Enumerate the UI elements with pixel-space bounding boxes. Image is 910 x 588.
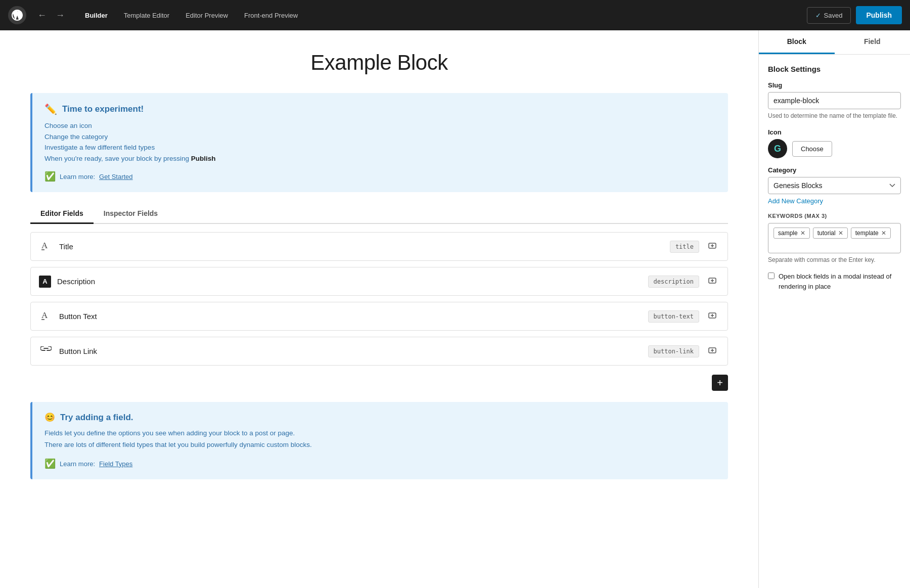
back-button[interactable]: ← xyxy=(34,8,50,23)
icon-label: Icon xyxy=(768,128,901,136)
icon-row: G Choose xyxy=(768,139,901,158)
field-name-description: Description xyxy=(57,277,642,286)
experiment-header: ✏️ Time to experiment! xyxy=(44,103,716,115)
experiment-publish-prompt: When you're ready, save your block by pr… xyxy=(44,153,716,164)
publish-word: Publish xyxy=(191,155,216,162)
field-name-title: Title xyxy=(59,242,664,251)
field-name-button-link: Button Link xyxy=(59,347,642,355)
keyword-tag-tutorial: tutorial ✕ xyxy=(813,228,848,239)
try-check-circle-icon: ✅ xyxy=(44,458,56,469)
app-layout: Example Block ✏️ Time to experiment! Cho… xyxy=(0,30,910,588)
keywords-label: KEYWORDS (MAX 3) xyxy=(768,213,901,219)
experiment-title: Time to experiment! xyxy=(62,104,144,114)
try-box-line-2: There are lots of different field types … xyxy=(44,439,716,451)
tab-builder[interactable]: Builder xyxy=(78,8,115,23)
slug-input[interactable] xyxy=(768,92,901,109)
slug-hint: Used to determine the name of the templa… xyxy=(768,111,901,120)
check-circle-icon: ✅ xyxy=(44,171,56,182)
sidebar-tab-field[interactable]: Field xyxy=(835,30,911,54)
modal-checkbox-label: Open block fields in a modal instead of … xyxy=(779,272,901,291)
field-action-description[interactable] xyxy=(705,275,719,288)
saved-button[interactable]: ✓ Saved xyxy=(807,7,851,24)
try-box-footer: ✅ Learn more: Field Types xyxy=(44,458,716,469)
icon-char: G xyxy=(774,144,781,154)
field-action-button-link[interactable] xyxy=(705,344,719,358)
field-row-description: A Description description xyxy=(30,267,728,296)
field-badge-button-link: button-link xyxy=(648,345,699,357)
nav-right: ✓ Saved Publish xyxy=(807,6,902,24)
sidebar: Block Field Block Settings Slug Used to … xyxy=(758,30,910,588)
keyword-remove-sample[interactable]: ✕ xyxy=(800,230,805,236)
learn-more-prefix: Learn more: xyxy=(60,173,95,180)
tab-editor-preview[interactable]: Editor Preview xyxy=(178,8,235,23)
field-action-title[interactable] xyxy=(705,240,719,253)
field-badge-description: description xyxy=(648,276,699,288)
field-action-button-text[interactable] xyxy=(705,309,719,323)
add-field-button[interactable]: + xyxy=(712,375,728,391)
add-category-link[interactable]: Add New Category xyxy=(768,197,901,205)
sidebar-body: Block Settings Slug Used to determine th… xyxy=(759,55,910,309)
tab-inspector-fields[interactable]: Inspector Fields xyxy=(94,204,168,224)
field-row-button-link: Button Link button-link xyxy=(30,337,728,366)
forward-button[interactable]: → xyxy=(53,8,68,23)
tab-editor-fields[interactable]: Editor Fields xyxy=(30,204,94,224)
field-badge-button-text: button-text xyxy=(648,310,699,323)
top-navigation: ← → Builder Template Editor Editor Previ… xyxy=(0,0,910,30)
tab-template-editor[interactable]: Template Editor xyxy=(117,8,176,23)
experiment-box: ✏️ Time to experiment! Choose an icon Ch… xyxy=(30,93,728,192)
experiment-footer: ✅ Learn more: Get Started xyxy=(44,171,716,182)
try-box-icon: 😊 xyxy=(44,412,55,423)
settings-title: Block Settings xyxy=(768,65,901,73)
field-row-button-text: A Button Text button-text xyxy=(30,302,728,331)
keywords-box: sample ✕ tutorial ✕ template ✕ xyxy=(768,223,901,253)
category-select[interactable]: Genesis Blocks Common Blocks Formatting … xyxy=(768,177,901,194)
main-content: Example Block ✏️ Time to experiment! Cho… xyxy=(0,30,758,588)
icon-preview: G xyxy=(768,139,787,158)
add-field-row: + xyxy=(30,372,728,394)
experiment-line-1: Choose an icon xyxy=(44,120,716,131)
svg-text:A: A xyxy=(41,241,48,250)
experiment-icon: ✏️ xyxy=(44,103,57,115)
choose-icon-button[interactable]: Choose xyxy=(792,141,832,157)
slug-label: Slug xyxy=(768,81,901,89)
saved-label: Saved xyxy=(824,12,843,19)
field-types-link[interactable]: Field Types xyxy=(99,460,132,468)
experiment-line-2: Change the category xyxy=(44,131,716,143)
category-label: Category xyxy=(768,166,901,174)
modal-checkbox[interactable] xyxy=(768,273,775,279)
publish-button[interactable]: Publish xyxy=(856,6,902,24)
description-field-icon: A xyxy=(39,276,51,288)
wp-logo xyxy=(8,6,26,24)
field-name-button-text: Button Text xyxy=(59,312,642,321)
try-box-line-1: Fields let you define the options you se… xyxy=(44,428,716,439)
nav-arrows: ← → xyxy=(34,8,68,23)
button-link-field-icon xyxy=(39,346,53,356)
try-box-title: Try adding a field. xyxy=(60,413,133,423)
page-title: Example Block xyxy=(30,51,728,75)
field-tabs: Editor Fields Inspector Fields xyxy=(30,204,728,224)
keyword-tag-sample: sample ✕ xyxy=(774,228,810,239)
sidebar-tabs: Block Field xyxy=(759,30,910,55)
svg-text:A: A xyxy=(41,310,48,320)
keyword-tag-template: template ✕ xyxy=(851,228,891,239)
field-badge-title: title xyxy=(670,241,699,253)
try-box-header: 😊 Try adding a field. xyxy=(44,412,716,423)
keyword-remove-template[interactable]: ✕ xyxy=(881,230,886,236)
keywords-hint: Separate with commas or the Enter key. xyxy=(768,256,901,263)
modal-checkbox-row: Open block fields in a modal instead of … xyxy=(768,272,901,291)
experiment-line-3: Investigate a few different field types xyxy=(44,142,716,153)
tab-frontend-preview[interactable]: Front-end Preview xyxy=(237,8,305,23)
keyword-remove-tutorial[interactable]: ✕ xyxy=(838,230,843,236)
field-row-title: A Title title xyxy=(30,232,728,261)
get-started-link[interactable]: Get Started xyxy=(99,173,132,180)
nav-tabs: Builder Template Editor Editor Preview F… xyxy=(78,8,807,23)
try-learn-more-prefix: Learn more: xyxy=(60,460,95,468)
button-text-field-icon: A xyxy=(39,309,53,323)
title-field-icon: A xyxy=(39,240,53,253)
check-icon: ✓ xyxy=(815,12,821,19)
sidebar-tab-block[interactable]: Block xyxy=(759,30,835,54)
try-box: 😊 Try adding a field. Fields let you def… xyxy=(30,402,728,479)
